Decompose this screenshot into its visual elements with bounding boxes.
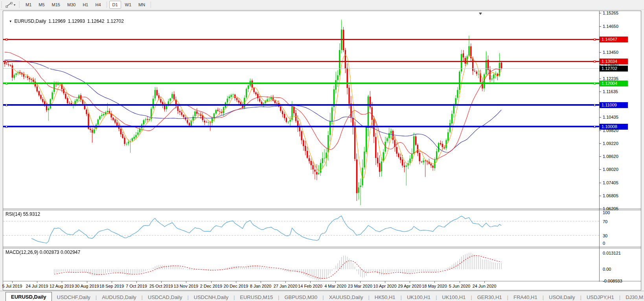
level-line-1.14047[interactable] bbox=[3, 39, 599, 40]
price-tick-label: 1.14650 bbox=[603, 24, 618, 29]
toolbar-grip[interactable] bbox=[1, 2, 3, 8]
timeframe-button-group: M1M5M15M30H1H4D1W1MN bbox=[22, 1, 149, 9]
level-handle[interactable] bbox=[594, 104, 596, 106]
panel-splitter-rsi-macd[interactable] bbox=[3, 247, 641, 247]
price-tick bbox=[599, 169, 601, 170]
chart-tab-ger30-h1[interactable]: GER30,H1 bbox=[472, 293, 507, 301]
price-tick-label: 1.08620 bbox=[603, 154, 618, 159]
date-tick bbox=[410, 281, 410, 283]
price-tick-label: 1.08020 bbox=[603, 167, 618, 172]
chart-tab-usdchf-daily[interactable]: USDCHF,Daily bbox=[52, 293, 96, 301]
date-label: 30 Aug 2019 bbox=[75, 284, 99, 288]
level-line-1.10008[interactable] bbox=[3, 126, 599, 127]
macd-axis-bottom-label: -0.008933 bbox=[603, 279, 622, 283]
timeframe-button-m1[interactable]: M1 bbox=[22, 1, 35, 9]
chart-tab-uk100-h1[interactable]: UK100,H1 bbox=[402, 293, 436, 301]
date-label: 12 Aug 2019 bbox=[50, 284, 74, 288]
timeframe-button-m30[interactable]: M30 bbox=[64, 1, 79, 9]
chart-tab-dj30-m15[interactable]: DJ30,M15 bbox=[620, 293, 644, 301]
chart-tab-bar: EURUSD,DailyUSDCHF,Daily|AUDUSD,Daily|US… bbox=[0, 291, 644, 301]
date-label: 18 Sep 2019 bbox=[99, 284, 124, 288]
timeframe-button-mn[interactable]: MN bbox=[135, 1, 148, 9]
chart-tab-gbpusd-m30[interactable]: GBPUSD,M30 bbox=[280, 293, 323, 301]
date-label: 24 Jul 2019 bbox=[26, 284, 48, 288]
macd-label: MACD(12,26,9) 0.002873 0.002947 bbox=[6, 250, 80, 255]
date-label: 29 Apr 2020 bbox=[398, 284, 421, 288]
chart-tab-eurusd-daily[interactable]: EURUSD,Daily bbox=[6, 292, 52, 301]
chart-tab-eurusd-m15[interactable]: EURUSD,M15 bbox=[235, 293, 278, 301]
date-tick bbox=[434, 281, 435, 283]
panel-splitter-main-rsi-2[interactable] bbox=[3, 210, 641, 210]
date-tick bbox=[186, 281, 186, 283]
timeframe-button-d1[interactable]: D1 bbox=[109, 1, 121, 9]
chart-tab-uk100-h1[interactable]: UK100,H1 bbox=[437, 293, 471, 301]
timeframe-button-h1[interactable]: H1 bbox=[79, 1, 91, 9]
timeframe-button-m5[interactable]: M5 bbox=[35, 1, 48, 9]
macd-axis-zero-label: 0.00 bbox=[603, 267, 611, 272]
date-axis-border bbox=[3, 281, 641, 281]
date-tick bbox=[484, 281, 485, 283]
level-handle[interactable] bbox=[594, 126, 596, 128]
top-toolbar: ▾ M1M5M15M30H1H4D1W1MN bbox=[0, 0, 644, 10]
level-line-1.11009[interactable] bbox=[3, 104, 599, 106]
price-tick-label: 1.12850 bbox=[603, 63, 618, 68]
chart-tab-usdcad-daily[interactable]: USDCAD,Daily bbox=[143, 293, 187, 301]
level-handle[interactable] bbox=[6, 39, 7, 40]
price-tick bbox=[599, 196, 601, 196]
price-tick bbox=[599, 65, 601, 66]
level-handle[interactable] bbox=[594, 39, 596, 40]
timeframe-button-m15[interactable]: M15 bbox=[49, 1, 63, 9]
chart-tab-usdjpy-h1[interactable]: USDJPY,H1 bbox=[581, 293, 619, 301]
rsi-indicator-canvas[interactable] bbox=[3, 210, 599, 246]
toolbar-grip-2[interactable] bbox=[18, 2, 20, 8]
level-line-1.12004[interactable] bbox=[3, 83, 599, 84]
price-tick-label: 1.09820 bbox=[603, 128, 618, 133]
trendline-tool-icon[interactable] bbox=[5, 1, 13, 8]
date-label: 20 Dec 2019 bbox=[224, 284, 248, 288]
macd-name: MACD(12,26,9) bbox=[6, 250, 38, 255]
chart-tab-audusd-daily[interactable]: AUDUSD,Daily bbox=[97, 293, 141, 301]
chart-tab-usdcnh-daily[interactable]: USDCNH,Daily bbox=[189, 293, 234, 301]
level-handle[interactable] bbox=[6, 104, 7, 106]
panel-splitter-main-rsi[interactable] bbox=[3, 209, 641, 209]
price-tick bbox=[599, 156, 601, 157]
price-tick bbox=[599, 26, 601, 27]
rsi-axis-label: 70 bbox=[603, 219, 607, 224]
chart-tab-fra40-h1[interactable]: FRA40,H1 bbox=[508, 293, 543, 301]
price-chart-canvas[interactable] bbox=[3, 12, 599, 208]
price-tick bbox=[599, 52, 601, 53]
timeframe-button-h4[interactable]: H4 bbox=[92, 1, 104, 9]
level-handle[interactable] bbox=[6, 83, 7, 84]
macd-axis-top-label: 0.013121 bbox=[603, 251, 621, 255]
level-handle[interactable] bbox=[6, 126, 7, 128]
level-handle[interactable] bbox=[594, 61, 596, 62]
tab-items: EURUSD,DailyUSDCHF,Daily|AUDUSD,Daily|US… bbox=[0, 292, 644, 301]
date-tick bbox=[460, 281, 460, 283]
tool-dropdown-caret-icon[interactable]: ▾ bbox=[14, 3, 15, 7]
rsi-value: 55.9312 bbox=[23, 211, 40, 217]
macd-indicator-canvas[interactable] bbox=[3, 248, 599, 281]
date-tick bbox=[335, 281, 336, 283]
chart-shift-marker-icon[interactable] bbox=[479, 13, 482, 15]
level-handle[interactable] bbox=[594, 83, 596, 84]
price-tick bbox=[599, 13, 601, 13]
date-tick bbox=[236, 281, 236, 283]
price-tick-label: 1.10435 bbox=[603, 115, 618, 119]
panel-splitter-rsi-macd-2[interactable] bbox=[3, 248, 641, 248]
macd-values: 0.002873 0.002947 bbox=[40, 250, 80, 255]
level-line-1.13034[interactable] bbox=[3, 61, 599, 62]
date-tick bbox=[261, 281, 261, 283]
chart-tab-usoil-daily[interactable]: USOil,Daily bbox=[544, 293, 580, 301]
date-tick bbox=[385, 281, 385, 283]
chart-tab-hk50-h1[interactable]: HK50,H1 bbox=[370, 293, 401, 301]
ohlc-high: 1.12993 bbox=[68, 18, 85, 24]
level-handle[interactable] bbox=[6, 61, 7, 62]
date-tick bbox=[360, 281, 361, 283]
chart-tab-xauusd-daily[interactable]: XAUUSD,Daily bbox=[324, 293, 368, 301]
date-label: 27 Jan 2020 bbox=[274, 284, 298, 288]
price-tick-label: 1.13450 bbox=[603, 50, 618, 55]
date-label: 2 Dec 2019 bbox=[200, 284, 222, 288]
timeframe-button-w1[interactable]: W1 bbox=[122, 1, 135, 9]
title-collapse-icon[interactable]: ▼ bbox=[9, 20, 12, 23]
date-tick bbox=[87, 281, 87, 283]
